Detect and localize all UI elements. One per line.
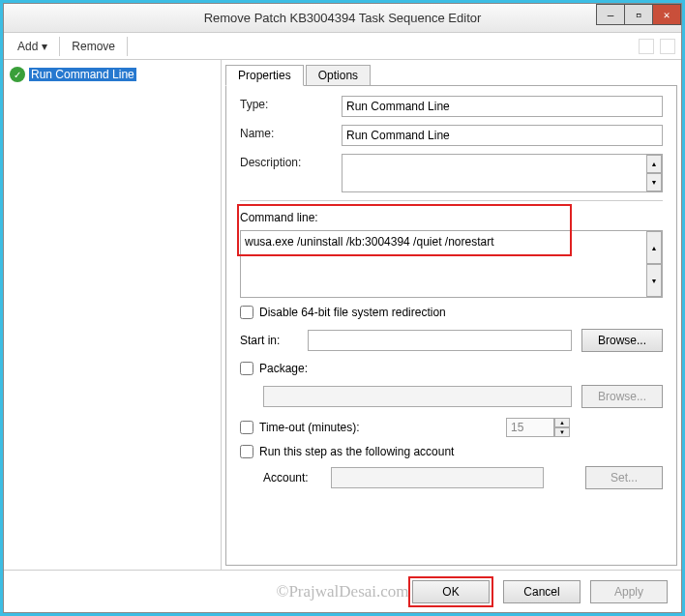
timeout-stepper[interactable]: ▲▼ xyxy=(506,418,570,437)
separator xyxy=(59,37,60,56)
properties-pane: Type: Name: Description: ▲▼ Command line… xyxy=(225,85,677,566)
divider xyxy=(240,200,663,201)
runas-checkbox[interactable] xyxy=(240,445,253,458)
command-line-label: Command line: xyxy=(240,211,663,224)
maximize-button[interactable]: ▫ xyxy=(624,4,653,25)
disable-64bit-checkbox[interactable] xyxy=(240,306,253,319)
browse-start-in-button[interactable]: Browse... xyxy=(581,329,663,352)
type-label: Type: xyxy=(240,96,342,111)
window-title: Remove Patch KB3004394 Task Sequence Edi… xyxy=(204,11,482,25)
package-label: Package: xyxy=(259,362,308,375)
package-field xyxy=(263,386,572,407)
runas-label: Run this step as the following account xyxy=(259,445,454,458)
add-button[interactable]: Add▾ xyxy=(10,37,55,56)
properties-panel: Properties Options Type: Name: Descripti… xyxy=(222,60,681,570)
name-label: Name: xyxy=(240,125,342,140)
titlebar: Remove Patch KB3004394 Task Sequence Edi… xyxy=(4,4,681,33)
check-icon: ✓ xyxy=(10,67,25,82)
timeout-checkbox[interactable] xyxy=(240,421,253,434)
remove-button[interactable]: Remove xyxy=(64,37,123,56)
toolbar-icons xyxy=(639,39,675,54)
chevron-down-icon: ▾ xyxy=(42,40,47,53)
cancel-button[interactable]: Cancel xyxy=(503,580,581,603)
package-checkbox[interactable] xyxy=(240,362,253,375)
disable-64bit-label: Disable 64-bit file system redirection xyxy=(259,306,446,319)
separator xyxy=(127,37,128,56)
type-field xyxy=(342,96,663,117)
scroll-buttons[interactable]: ▲▼ xyxy=(646,155,662,191)
timeout-label: Time-out (minutes): xyxy=(259,421,500,434)
account-field xyxy=(331,467,544,488)
spin-down-icon[interactable]: ▼ xyxy=(554,427,570,437)
command-line-field[interactable]: wusa.exe /uninstall /kb:3004394 /quiet /… xyxy=(240,230,663,298)
window-controls: — ▫ ✕ xyxy=(597,4,681,25)
close-button[interactable]: ✕ xyxy=(652,4,681,25)
content: ✓ Run Command Line Properties Options Ty… xyxy=(4,60,681,570)
footer: ©PrajwalDesai.com OK Cancel Apply xyxy=(4,570,681,612)
ok-highlight: OK xyxy=(408,576,493,607)
spin-up-icon[interactable]: ▲ xyxy=(554,418,570,427)
name-field[interactable] xyxy=(342,125,663,146)
tab-options[interactable]: Options xyxy=(306,65,371,86)
start-in-field[interactable] xyxy=(308,330,572,351)
window: Remove Patch KB3004394 Task Sequence Edi… xyxy=(3,3,682,613)
tab-strip: Properties Options xyxy=(222,60,681,85)
watermark: ©PrajwalDesai.com xyxy=(276,582,408,601)
minimize-button[interactable]: — xyxy=(596,4,625,25)
tool-icon-1[interactable] xyxy=(639,39,654,54)
description-field[interactable]: ▲▼ xyxy=(342,154,663,192)
tree-item-label: Run Command Line xyxy=(29,68,136,81)
command-line-value: wusa.exe /uninstall /kb:3004394 /quiet /… xyxy=(245,235,494,249)
toolbar: Add▾ Remove xyxy=(4,33,681,60)
timeout-value xyxy=(506,418,554,437)
tab-properties[interactable]: Properties xyxy=(225,65,304,86)
ok-button[interactable]: OK xyxy=(412,580,490,603)
browse-package-button: Browse... xyxy=(581,385,663,408)
tree-panel: ✓ Run Command Line xyxy=(4,60,222,570)
set-account-button: Set... xyxy=(585,466,663,489)
description-label: Description: xyxy=(240,154,342,169)
tree-item-run-command-line[interactable]: ✓ Run Command Line xyxy=(8,66,217,83)
scroll-buttons[interactable]: ▲▼ xyxy=(646,231,662,297)
account-label: Account: xyxy=(263,471,321,484)
tool-icon-2[interactable] xyxy=(660,39,675,54)
apply-button: Apply xyxy=(590,580,668,603)
start-in-label: Start in: xyxy=(240,334,298,347)
